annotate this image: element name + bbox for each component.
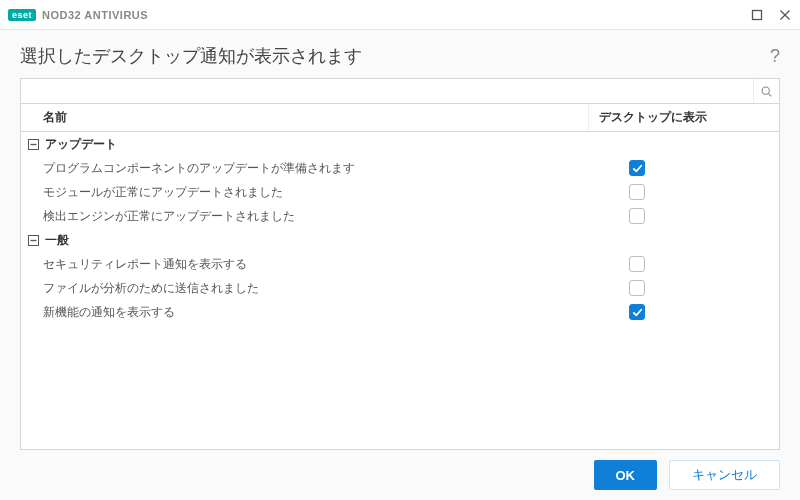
column-header-name: 名前 <box>21 104 589 131</box>
svg-rect-0 <box>753 10 762 19</box>
brand-badge: eset <box>8 9 36 21</box>
page-title: 選択したデスクトップ通知が表示されます <box>20 44 362 68</box>
table-header: 名前 デスクトップに表示 <box>21 104 779 132</box>
group-row[interactable]: 一般 <box>21 228 779 252</box>
group-label: 一般 <box>45 232 69 249</box>
search-icon <box>760 85 773 98</box>
item-label: 検出エンジンが正常にアップデートされました <box>21 208 589 225</box>
item-check-cell <box>589 160 779 176</box>
close-icon <box>779 9 791 21</box>
table-row: モジュールが正常にアップデートされました <box>21 180 779 204</box>
table-row: プログラムコンポーネントのアップデートが準備されます <box>21 156 779 180</box>
item-label: ファイルが分析のために送信されました <box>21 280 589 297</box>
desktop-checkbox[interactable] <box>629 280 645 296</box>
table-row: ファイルが分析のために送信されました <box>21 276 779 300</box>
table-row: セキュリティレポート通知を表示する <box>21 252 779 276</box>
maximize-icon <box>751 9 763 21</box>
desktop-checkbox[interactable] <box>629 160 645 176</box>
item-check-cell <box>589 256 779 272</box>
close-button[interactable] <box>778 8 792 22</box>
group-row[interactable]: アップデート <box>21 132 779 156</box>
desktop-checkbox[interactable] <box>629 304 645 320</box>
svg-point-3 <box>762 87 769 94</box>
search-button[interactable] <box>753 79 779 103</box>
app-window: eset NOD32 ANTIVIRUS 選択したデスクトップ通知が表示されます… <box>0 0 800 500</box>
search-input[interactable] <box>21 79 753 103</box>
item-label: モジュールが正常にアップデートされました <box>21 184 589 201</box>
maximize-button[interactable] <box>750 8 764 22</box>
desktop-checkbox[interactable] <box>629 256 645 272</box>
collapse-icon <box>27 138 39 150</box>
item-check-cell <box>589 208 779 224</box>
desktop-checkbox[interactable] <box>629 184 645 200</box>
content: 名前 デスクトップに表示 アップデートプログラムコンポーネントのアップデートが準… <box>0 78 800 450</box>
header: 選択したデスクトップ通知が表示されます ? <box>0 30 800 78</box>
notification-table: 名前 デスクトップに表示 アップデートプログラムコンポーネントのアップデートが準… <box>20 104 780 450</box>
item-check-cell <box>589 184 779 200</box>
brand-product: NOD32 ANTIVIRUS <box>42 9 148 21</box>
desktop-checkbox[interactable] <box>629 208 645 224</box>
item-label: 新機能の通知を表示する <box>21 304 589 321</box>
ok-button[interactable]: OK <box>594 460 658 490</box>
column-header-desktop: デスクトップに表示 <box>589 104 779 131</box>
table-row: 検出エンジンが正常にアップデートされました <box>21 204 779 228</box>
table-row: 新機能の通知を表示する <box>21 300 779 324</box>
footer: OK キャンセル <box>0 450 800 500</box>
brand: eset NOD32 ANTIVIRUS <box>8 9 148 21</box>
collapse-icon <box>27 234 39 246</box>
svg-line-4 <box>769 93 772 96</box>
item-check-cell <box>589 280 779 296</box>
help-button[interactable]: ? <box>770 46 780 67</box>
cancel-button[interactable]: キャンセル <box>669 460 780 490</box>
table-body: アップデートプログラムコンポーネントのアップデートが準備されますモジュールが正常… <box>21 132 779 324</box>
item-label: セキュリティレポート通知を表示する <box>21 256 589 273</box>
group-label: アップデート <box>45 136 117 153</box>
window-controls <box>750 8 792 22</box>
item-check-cell <box>589 304 779 320</box>
item-label: プログラムコンポーネントのアップデートが準備されます <box>21 160 589 177</box>
titlebar: eset NOD32 ANTIVIRUS <box>0 0 800 30</box>
search-bar <box>20 78 780 104</box>
